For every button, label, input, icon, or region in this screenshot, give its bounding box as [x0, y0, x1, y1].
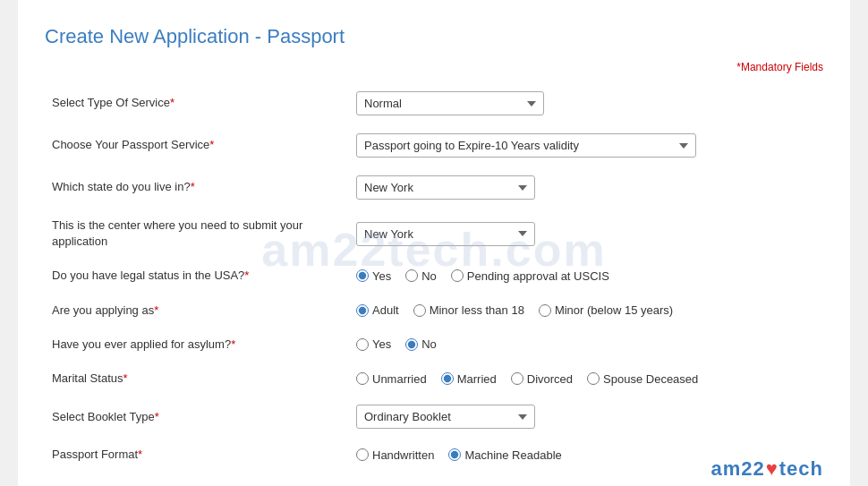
- label-legal-status: Do you have legal status in the USA?*: [45, 259, 349, 293]
- state-select[interactable]: New York California Texas Florida: [356, 175, 535, 200]
- label-center: This is the center where you need to sub…: [45, 209, 349, 259]
- passport-service-select[interactable]: Passport going to Expire-10 Years validi…: [356, 133, 696, 158]
- label-applying-as: Are you applying as*: [45, 294, 349, 328]
- asylum-yes-radio[interactable]: [356, 338, 369, 351]
- marital-married[interactable]: Married: [441, 372, 497, 386]
- input-cell-applying-as: Adult Minor less than 18 Minor (below 15…: [349, 294, 823, 328]
- input-cell-passport-service: Passport going to Expire-10 Years validi…: [349, 124, 823, 166]
- page-title: Create New Application - Passport: [45, 14, 823, 57]
- marital-status-radio-group: Unmarried Married Divorced: [356, 372, 816, 386]
- format-machine-readable-radio[interactable]: [448, 448, 461, 461]
- label-asylum: Have you ever applied for asylum?*: [45, 328, 349, 362]
- label-booklet-type: Select Booklet Type*: [45, 396, 349, 438]
- format-machine-readable[interactable]: Machine Readable: [448, 448, 561, 462]
- label-state: Which state do you live in?*: [45, 166, 349, 209]
- input-cell-marital-status: Unmarried Married Divorced: [349, 362, 823, 396]
- row-applying-as: Are you applying as* Adult Minor less th…: [45, 294, 823, 328]
- marital-spouse-deceased[interactable]: Spouse Deceased: [587, 372, 698, 386]
- booklet-type-select[interactable]: Ordinary Booklet Official Booklet Diplom…: [356, 405, 535, 429]
- row-passport-service: Choose Your Passport Service* Passport g…: [45, 124, 823, 166]
- asylum-no-radio[interactable]: [405, 338, 418, 351]
- applying-as-adult-radio[interactable]: [356, 304, 369, 317]
- branding-text-after: tech: [779, 457, 823, 481]
- legal-status-yes[interactable]: Yes: [356, 269, 391, 283]
- legal-status-no-radio[interactable]: [405, 269, 418, 282]
- row-booklet-type: Select Booklet Type* Ordinary Booklet Of…: [45, 396, 823, 438]
- main-content: am22tech.com Create New Application - Pa…: [18, 0, 850, 486]
- row-marital-status: Marital Status* Unmarried Married: [45, 362, 823, 396]
- row-asylum: Have you ever applied for asylum?* Yes N…: [45, 328, 823, 362]
- input-cell-booklet-type: Ordinary Booklet Official Booklet Diplom…: [349, 396, 823, 438]
- input-cell-service-type: Normal Urgent Tatkal: [349, 82, 823, 124]
- branding-heart-icon: ♥: [766, 457, 779, 481]
- legal-status-pending-radio[interactable]: [451, 269, 464, 282]
- asylum-radio-group: Yes No: [356, 337, 816, 351]
- form-table: Select Type Of Service* Normal Urgent Ta…: [45, 82, 823, 472]
- branding-logo: am22♥tech: [711, 457, 823, 481]
- label-service-type: Select Type Of Service*: [45, 82, 349, 124]
- applying-as-adult[interactable]: Adult: [356, 303, 399, 317]
- format-handwritten-radio[interactable]: [356, 448, 369, 461]
- marital-divorced[interactable]: Divorced: [511, 372, 573, 386]
- input-cell-asylum: Yes No: [349, 328, 823, 362]
- mandatory-note: *Mandatory Fields: [45, 61, 823, 73]
- format-handwritten[interactable]: Handwritten: [356, 448, 434, 462]
- label-passport-service: Choose Your Passport Service*: [45, 124, 349, 166]
- page-container: am22tech.com Create New Application - Pa…: [0, 0, 868, 486]
- input-cell-state: New York California Texas Florida: [349, 166, 823, 209]
- row-service-type: Select Type Of Service* Normal Urgent Ta…: [45, 82, 823, 124]
- label-marital-status: Marital Status*: [45, 362, 349, 396]
- marital-married-radio[interactable]: [441, 372, 454, 385]
- row-passport-format: Passport Format* Handwritten Machine Rea…: [45, 438, 823, 472]
- applying-as-minor18-radio[interactable]: [413, 304, 426, 317]
- row-center: This is the center where you need to sub…: [45, 209, 823, 259]
- mandatory-text: *Mandatory Fields: [736, 61, 823, 73]
- marital-spouse-deceased-radio[interactable]: [587, 372, 600, 385]
- legal-status-pending[interactable]: Pending approval at USCIS: [451, 269, 609, 283]
- label-passport-format: Passport Format*: [45, 438, 349, 472]
- marital-unmarried[interactable]: Unmarried: [356, 372, 427, 386]
- input-cell-center: New York Los Angeles Chicago: [349, 209, 823, 259]
- marital-divorced-radio[interactable]: [511, 372, 523, 385]
- applying-as-minor18[interactable]: Minor less than 18: [413, 303, 524, 317]
- branding-text-before: am22: [711, 457, 764, 481]
- row-state: Which state do you live in?* New York Ca…: [45, 166, 823, 209]
- service-type-select[interactable]: Normal Urgent Tatkal: [356, 91, 544, 115]
- applying-as-minor15[interactable]: Minor (below 15 years): [539, 303, 673, 317]
- row-legal-status: Do you have legal status in the USA?* Ye…: [45, 259, 823, 293]
- asylum-yes[interactable]: Yes: [356, 337, 391, 351]
- legal-status-radio-group: Yes No Pending approval at USCIS: [356, 269, 816, 283]
- marital-unmarried-radio[interactable]: [356, 372, 369, 385]
- applying-as-minor15-radio[interactable]: [539, 304, 551, 317]
- input-cell-legal-status: Yes No Pending approval at USCIS: [349, 259, 823, 293]
- center-select[interactable]: New York Los Angeles Chicago: [356, 222, 535, 246]
- legal-status-yes-radio[interactable]: [356, 269, 369, 282]
- asylum-no[interactable]: No: [405, 337, 437, 351]
- legal-status-no[interactable]: No: [405, 269, 437, 283]
- applying-as-radio-group: Adult Minor less than 18 Minor (below 15…: [356, 303, 816, 317]
